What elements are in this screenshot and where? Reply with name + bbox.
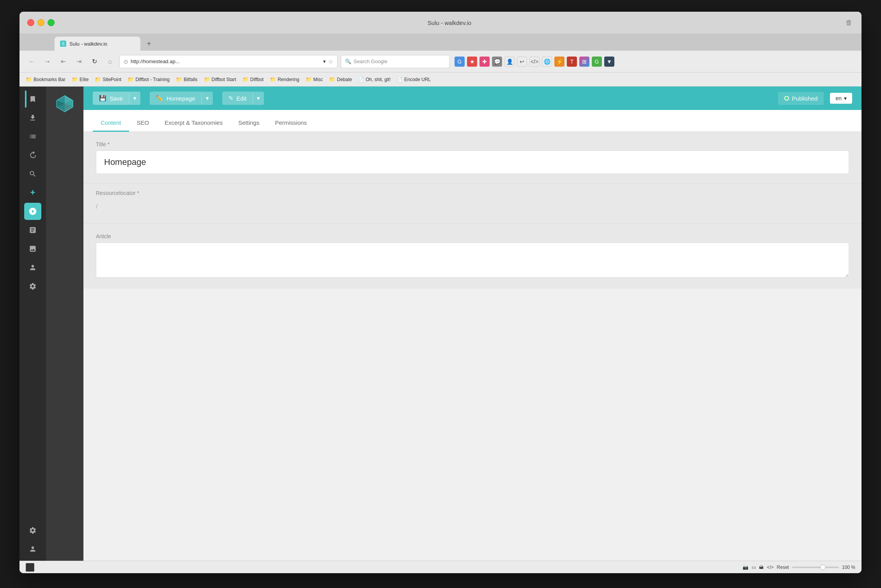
ext-pocket-icon[interactable]: ★	[467, 57, 477, 67]
bookmark-debate[interactable]: 📁 Debate	[329, 76, 352, 82]
lang-dropdown-icon: ▾	[844, 95, 847, 101]
forward-button[interactable]: →	[41, 55, 54, 68]
ext-arrow-icon[interactable]: ▼	[604, 57, 614, 67]
mountain-icon[interactable]: 🏔	[759, 565, 764, 570]
save-dropdown-button[interactable]: ▾	[129, 92, 140, 105]
ext-tamper-icon[interactable]: T	[567, 57, 577, 67]
browser-tab[interactable]: S Sulu - walkdev.io	[55, 37, 140, 51]
sidebar-target-icon[interactable]	[24, 203, 41, 220]
sidebar-settings-icon[interactable]	[24, 278, 41, 295]
resourcelocator-section: Resourcelocator * /	[83, 184, 862, 224]
bookmark-bitfalls[interactable]: 📁 Bitfalls	[176, 76, 197, 82]
bookmark-rendering[interactable]: 📁 Rendering	[270, 76, 299, 82]
reset-label[interactable]: Reset	[777, 565, 789, 570]
homepage-dropdown-button[interactable]: ▾	[202, 92, 213, 105]
bookmark-elite[interactable]: 📁 Elite	[72, 76, 88, 82]
bookmark-misc[interactable]: 📁 Misc	[306, 76, 323, 82]
zoom-slider-container[interactable]	[792, 567, 839, 568]
zoom-slider[interactable]	[792, 567, 839, 568]
sidebar-contacts-icon[interactable]	[24, 259, 41, 276]
bookmark-label: Diffbot - Training	[135, 77, 170, 82]
sidebar-pages-icon[interactable]	[24, 221, 41, 239]
language-selector[interactable]: en ▾	[830, 93, 852, 104]
ext-chat-icon[interactable]: 💬	[492, 57, 502, 67]
ext-translate-icon[interactable]: G	[455, 57, 465, 67]
code-icon[interactable]: </>	[767, 565, 773, 570]
article-textarea[interactable]	[96, 243, 849, 278]
url-bar[interactable]: ⊙ http://homestead.ap... ▾ ☆	[119, 55, 338, 68]
sidebar-search-icon[interactable]	[24, 165, 41, 182]
published-label: Published	[792, 95, 818, 102]
ext-plus-icon[interactable]: ✚	[479, 57, 490, 67]
ext-globe-icon[interactable]: 🌐	[542, 57, 552, 67]
close-button[interactable]	[27, 19, 34, 26]
app-logo[interactable]	[54, 93, 76, 115]
bookmark-encode-url[interactable]: 📄 Encode URL	[397, 77, 431, 82]
article-label: Article	[96, 233, 849, 239]
ext-grid-icon[interactable]: ⊞	[579, 57, 589, 67]
bookmark-bookmarks-bar[interactable]: 📁 Bookmarks Bar	[26, 76, 65, 82]
ext-grammarly-icon[interactable]: G	[592, 57, 602, 67]
tab-excerpt[interactable]: Excerpt & Taxonomies	[157, 115, 230, 132]
tab-settings[interactable]: Settings	[230, 115, 267, 132]
sidebar-user-profile-icon[interactable]	[24, 540, 41, 558]
url-bookmark-icon[interactable]: ☆	[328, 58, 333, 65]
edit-button-group[interactable]: ✎ Edit ▾	[222, 92, 264, 105]
sidebar-bookmark-icon[interactable]	[24, 90, 41, 108]
sidebar-media-icon[interactable]	[24, 240, 41, 257]
new-tab-button[interactable]: +	[142, 37, 156, 51]
save-button-group[interactable]: 💾 Save ▾	[93, 92, 140, 105]
resourcelocator-label: Resourcelocator *	[96, 190, 849, 196]
content-tabs: Content SEO Excerpt & Taxonomies Setting…	[83, 110, 862, 132]
maximize-button[interactable]	[48, 19, 55, 26]
ext-user-icon[interactable]: 👤	[504, 57, 515, 67]
skip-back-button[interactable]: ⇤	[57, 55, 69, 68]
url-globe-icon: ⊙	[124, 58, 128, 65]
bookmark-diffbot-training[interactable]: 📁 Diffbot - Training	[127, 76, 170, 82]
homepage-button-group[interactable]: ✏️ Homepage ▾	[150, 92, 212, 105]
search-bar[interactable]: 🔍 Search Google	[341, 55, 450, 68]
tab-permissions[interactable]: Permissions	[267, 115, 315, 132]
edit-dropdown-button[interactable]: ▾	[253, 92, 264, 105]
folder-icon: 📁	[72, 76, 78, 82]
zoom-thumb[interactable]	[820, 565, 826, 570]
sidebar-add-icon[interactable]: +	[24, 184, 41, 201]
window-icon[interactable]: ▭	[752, 565, 756, 570]
bookmark-label: Misc	[313, 77, 323, 82]
status-icon[interactable]	[26, 563, 34, 572]
title-input[interactable]: Homepage	[96, 151, 849, 174]
bookmark-diffbot-start[interactable]: 📁 Diffbot Start	[204, 76, 236, 82]
tab-seo[interactable]: SEO	[129, 115, 157, 132]
folder-icon: 📁	[270, 76, 276, 82]
bookmark-sitepoint[interactable]: 📁 SitePoint	[95, 76, 121, 82]
sidebar-list-icon[interactable]	[24, 128, 41, 145]
skip-forward-button[interactable]: ⇥	[73, 55, 85, 68]
sidebar-system-settings-icon[interactable]	[24, 522, 41, 539]
tab-content[interactable]: Content	[93, 115, 129, 132]
ext-code-icon[interactable]: </>	[529, 57, 540, 67]
sidebar-download-icon[interactable]	[24, 109, 41, 126]
camera-icon[interactable]: 📷	[743, 565, 748, 570]
back-button[interactable]: ←	[26, 55, 38, 68]
save-icon: 💾	[99, 95, 106, 102]
file-icon: 📄	[358, 77, 364, 82]
published-status[interactable]: Published	[778, 92, 824, 105]
ext-lightning-icon[interactable]: ⚡	[554, 57, 564, 67]
status-left	[26, 563, 34, 572]
bookmark-diffbot[interactable]: 📁 Diffbot	[242, 76, 264, 82]
ext-wifi-icon[interactable]: ↩	[517, 57, 527, 67]
trash-icon[interactable]: 🗑	[844, 18, 854, 27]
resourcelocator-value[interactable]: /	[96, 199, 849, 214]
url-dropdown-icon[interactable]: ▾	[323, 58, 326, 64]
minimize-button[interactable]	[37, 19, 44, 26]
reload-button[interactable]: ↻	[88, 55, 101, 68]
window-title: Sulu - walkdev.io	[59, 19, 840, 26]
file-icon: 📄	[397, 77, 403, 82]
sulu-toolbar: 💾 Save ▾ ✏️ Homepage ▾ ✎ Edit	[83, 87, 862, 110]
sidebar-history-icon[interactable]	[24, 147, 41, 164]
bookmark-oh-shit[interactable]: 📄 Oh, shit, git!	[358, 77, 391, 82]
save-button[interactable]: 💾 Save	[93, 92, 129, 105]
homepage-button[interactable]: ✏️ Homepage	[150, 92, 201, 105]
edit-button[interactable]: ✎ Edit	[222, 92, 253, 105]
home-button[interactable]: ⌂	[104, 55, 116, 68]
